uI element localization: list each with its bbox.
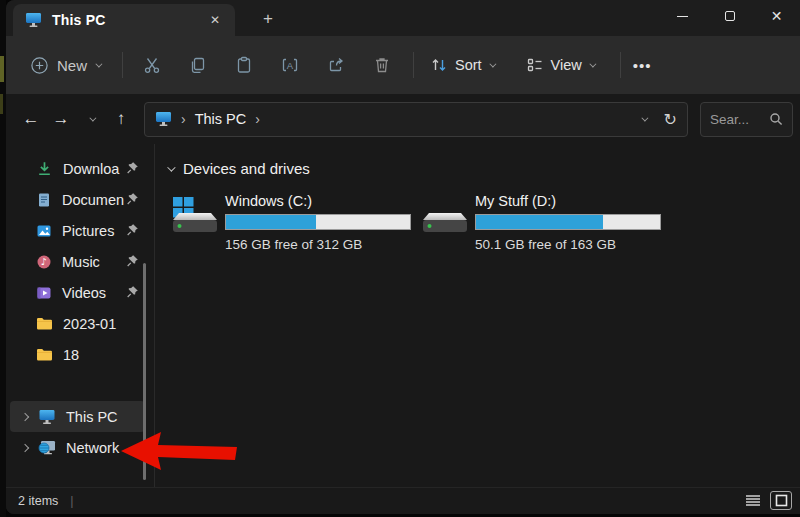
view-button[interactable]: View: [516, 56, 604, 74]
forward-button[interactable]: →: [46, 104, 76, 134]
content-area: Downloa Documen: [6, 144, 800, 487]
drive-my-stuff-d[interactable]: My Stuff (D:) 50.1 GB free of 163 GB: [417, 193, 667, 252]
drive-name: Windows (C:): [225, 193, 411, 209]
file-explorer-window: This PC ✕ + ✕ New: [6, 0, 800, 514]
sidebar-item-this-pc[interactable]: This PC: [10, 401, 145, 432]
svg-text:A: A: [287, 60, 294, 71]
sort-icon: [430, 56, 448, 74]
drive-usage-bar: [475, 214, 661, 230]
new-button-label: New: [57, 57, 87, 74]
refresh-icon[interactable]: ↻: [664, 110, 677, 129]
sidebar-item-downloads[interactable]: Downloa: [10, 153, 145, 184]
address-dropdown-icon[interactable]: [641, 114, 648, 121]
large-icons-view-icon: [775, 494, 788, 507]
item-count: 2 items: [18, 494, 58, 508]
svg-text:♪: ♪: [41, 256, 47, 267]
pin-icon: [126, 223, 139, 239]
chevron-down-icon: [95, 60, 102, 67]
search-box[interactable]: Sear...: [700, 102, 793, 137]
sort-button[interactable]: Sort: [420, 56, 504, 74]
chevron-down-icon: [167, 163, 175, 171]
search-icon: [769, 112, 783, 126]
videos-icon: [36, 285, 52, 301]
details-view-icon: [745, 494, 761, 507]
rename-button[interactable]: A: [267, 47, 313, 83]
share-button[interactable]: [313, 47, 359, 83]
sidebar-item-videos[interactable]: Videos: [10, 277, 145, 308]
sidebar-item-label: 18: [63, 347, 79, 363]
cut-button[interactable]: [129, 47, 175, 83]
sidebar-item-label: Videos: [62, 285, 106, 301]
new-tab-button[interactable]: +: [254, 7, 282, 31]
desktop-background: This PC ✕ + ✕ New: [0, 0, 800, 517]
chevron-down-icon: [89, 114, 96, 121]
drive-name: My Stuff (D:): [475, 193, 661, 209]
drive-usage-fill: [226, 215, 316, 229]
chevron-down-icon: [589, 60, 596, 67]
sidebar-item-label: Pictures: [62, 223, 114, 239]
sidebar-scrollbar[interactable]: [143, 263, 146, 480]
network-icon: [38, 440, 56, 456]
sidebar-item-18[interactable]: 18: [10, 339, 145, 370]
tab-strip: This PC ✕ + ✕: [6, 0, 800, 36]
sidebar-item-documents[interactable]: Documen: [10, 184, 145, 215]
drive-usage-fill: [476, 215, 603, 229]
drive-free-space: 50.1 GB free of 163 GB: [475, 237, 661, 252]
hard-drive-icon: [421, 197, 467, 252]
tab-title: This PC: [52, 12, 106, 28]
sidebar-item-pictures[interactable]: Pictures: [10, 215, 145, 246]
share-icon: [326, 55, 346, 75]
large-icons-view-button[interactable]: [770, 491, 792, 510]
section-devices-and-drives[interactable]: Devices and drives: [167, 160, 800, 177]
pin-icon: [126, 285, 139, 301]
sidebar-item-label: This PC: [66, 409, 118, 425]
paste-button[interactable]: [221, 47, 267, 83]
delete-icon: [372, 55, 392, 75]
recent-locations-button[interactable]: [76, 104, 106, 134]
tab-this-pc[interactable]: This PC ✕: [13, 4, 235, 36]
sidebar-item-label: Documen: [62, 192, 124, 208]
breadcrumb-separator: ›: [181, 111, 186, 127]
address-bar[interactable]: › This PC › ↻: [144, 102, 688, 137]
sidebar-item-label: Downloa: [63, 161, 119, 177]
status-separator: |: [70, 494, 73, 508]
sidebar-item-network[interactable]: Network: [10, 432, 145, 463]
sidebar-item-label: Network: [66, 440, 119, 456]
details-view-button[interactable]: [742, 491, 764, 510]
this-pc-icon: [155, 111, 172, 127]
download-icon: [36, 160, 53, 177]
drive-windows-c[interactable]: Windows (C:) 156 GB free of 312 GB: [167, 193, 417, 252]
sidebar-item-2023-01[interactable]: 2023-01: [10, 308, 145, 339]
copy-button[interactable]: [175, 47, 221, 83]
folder-icon: [36, 347, 53, 362]
drive-usage-bar: [225, 214, 411, 230]
sidebar-item-label: 2023-01: [63, 316, 116, 332]
breadcrumb-this-pc[interactable]: This PC: [195, 111, 247, 127]
delete-button[interactable]: [359, 47, 405, 83]
cut-icon: [142, 55, 162, 75]
document-icon: [36, 192, 52, 208]
folder-view: Devices and drives: [155, 144, 800, 487]
tab-close-icon[interactable]: ✕: [205, 10, 225, 30]
view-icon: [526, 56, 544, 74]
maximize-icon: [725, 11, 735, 21]
see-more-button[interactable]: •••: [621, 57, 664, 74]
breadcrumb-separator: ›: [255, 111, 260, 127]
maximize-button[interactable]: [706, 0, 753, 32]
navigation-pane: Downloa Documen: [6, 144, 155, 487]
view-label: View: [551, 57, 582, 73]
sidebar-item-music[interactable]: ♪ Music: [10, 246, 145, 277]
back-button[interactable]: ←: [16, 104, 46, 134]
address-row: ← → ↑ › This PC › ↻ Sear...: [6, 94, 800, 144]
sidebar-item-label: Music: [62, 254, 100, 270]
copy-icon: [188, 55, 208, 75]
up-button[interactable]: ↑: [106, 104, 136, 134]
chevron-right-icon[interactable]: [16, 445, 36, 451]
chevron-right-icon[interactable]: [16, 414, 36, 420]
minimize-button[interactable]: [659, 0, 706, 32]
status-bar: 2 items |: [6, 487, 800, 514]
sort-label: Sort: [455, 57, 482, 73]
new-button[interactable]: New: [22, 56, 108, 75]
drive-free-space: 156 GB free of 312 GB: [225, 237, 411, 252]
close-button[interactable]: ✕: [753, 0, 800, 32]
